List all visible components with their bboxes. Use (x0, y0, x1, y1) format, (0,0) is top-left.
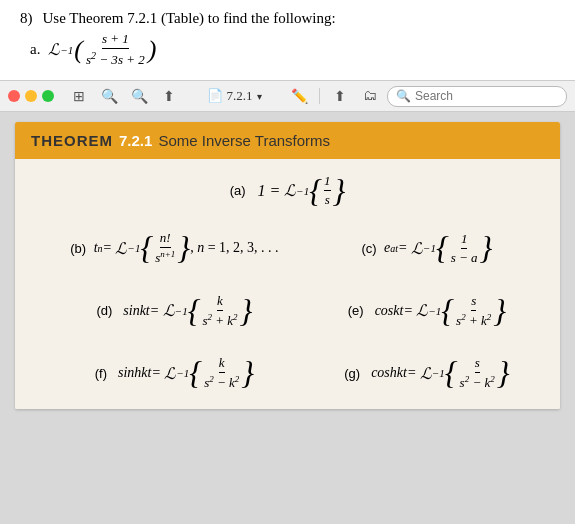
theorem-word: THEOREM (31, 132, 113, 149)
theorem-card: THEOREM 7.2.1 Some Inverse Transforms (a… (15, 122, 560, 409)
search-icon: 🔍 (396, 89, 411, 104)
part-label: a. (30, 41, 40, 58)
share-button[interactable]: ⬆ (156, 85, 182, 107)
doc-name: 7.2.1 (227, 88, 253, 104)
question-formula: ℒ−1 ( s + 1 s2 − 3s + 2 ) (48, 31, 157, 68)
version-chevron[interactable]: ▾ (257, 91, 262, 102)
search-input[interactable] (415, 89, 558, 103)
toolbar: ⊞ 🔍 🔍 ⬆ 📄 7.2.1 ▾ ✏️ ⬆ 🗂 🔍 (0, 81, 575, 112)
zoom-in-button[interactable]: 🔍 (126, 85, 152, 107)
theorem-title: Some Inverse Transforms (158, 132, 330, 149)
formula-row-de: (d) sin kt = ℒ−1 { k s2 + k2 } (e) (35, 289, 540, 333)
search-box[interactable]: 🔍 (387, 86, 567, 107)
toolbar-center: 📄 7.2.1 ▾ (186, 88, 282, 104)
formula-a: (a) 1 = ℒ−1 { 1 s } (230, 173, 346, 208)
zoom-out-button[interactable]: 🔍 (96, 85, 122, 107)
folder-button[interactable]: 🗂 (357, 85, 383, 107)
laplace-symbol: ℒ (48, 40, 60, 59)
formula-row-fg: (f) sinh kt = ℒ−1 { k s2 − k2 } (g) (35, 351, 540, 395)
question-header: 8) Use Theorem 7.2.1 (Table) to find the… (20, 10, 555, 27)
maximize-button[interactable] (42, 90, 54, 102)
question-area: 8) Use Theorem 7.2.1 (Table) to find the… (0, 0, 575, 81)
pencil-button[interactable]: ✏️ (286, 85, 312, 107)
main-content: THEOREM 7.2.1 Some Inverse Transforms (a… (0, 112, 575, 524)
question-fraction: s + 1 s2 − 3s + 2 (86, 31, 145, 68)
formula-row-bc: (b) tn = ℒ−1 { n! sn+1 }, n = 1, 2, 3, .… (35, 226, 540, 270)
formula-b: (b) tn = ℒ−1 { n! sn+1 }, n = 1, 2, 3, .… (35, 226, 314, 270)
question-text: Use Theorem 7.2.1 (Table) to find the fo… (43, 10, 336, 27)
sidebar-toggle-button[interactable]: ⊞ (66, 85, 92, 107)
formula-g: (g) cosh kt = ℒ−1 { s s2 − k2 } (314, 351, 540, 395)
separator (319, 88, 320, 104)
part-a: a. ℒ−1 ( s + 1 s2 − 3s + 2 ) (20, 31, 555, 68)
formula-c: (c) eat = ℒ−1 { 1 s − a } (314, 226, 540, 270)
theorem-header: THEOREM 7.2.1 Some Inverse Transforms (15, 122, 560, 159)
theorem-number: 7.2.1 (119, 132, 152, 149)
formula-row-a: (a) 1 = ℒ−1 { 1 s } (35, 173, 540, 208)
formula-d: (d) sin kt = ℒ−1 { k s2 + k2 } (35, 289, 314, 333)
toolbar-right: 🔍 (387, 86, 567, 107)
formula-e: (e) cos kt = ℒ−1 { s s2 + k2 } (314, 289, 540, 333)
formula-f: (f) sinh kt = ℒ−1 { k s2 − k2 } (35, 351, 314, 395)
close-button[interactable] (8, 90, 20, 102)
open-paren: ( (74, 35, 83, 65)
copy-button[interactable]: ⬆ (327, 85, 353, 107)
question-number: 8) (20, 10, 33, 27)
doc-icon: 📄 (207, 88, 223, 104)
minimize-button[interactable] (25, 90, 37, 102)
close-paren: ) (148, 35, 157, 65)
theorem-body: (a) 1 = ℒ−1 { 1 s } (b) tn (15, 159, 560, 409)
traffic-lights (8, 90, 54, 102)
